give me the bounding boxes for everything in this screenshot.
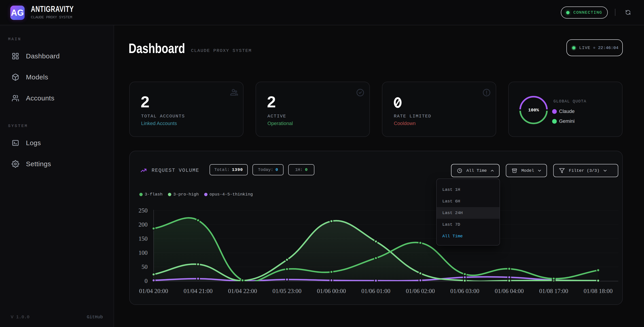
svg-text:100: 100 <box>139 250 148 256</box>
svg-text:01/08 18:00: 01/08 18:00 <box>584 288 613 294</box>
svg-text:200: 200 <box>139 221 148 228</box>
svg-text:150: 150 <box>139 235 148 242</box>
svg-text:01/06 03:00: 01/06 03:00 <box>450 288 480 294</box>
svg-text:50: 50 <box>142 264 148 270</box>
svg-text:01/05 23:00: 01/05 23:00 <box>272 288 302 294</box>
svg-text:0: 0 <box>145 278 148 284</box>
svg-text:01/04 21:00: 01/04 21:00 <box>184 288 213 294</box>
svg-text:01/06 01:00: 01/06 01:00 <box>361 288 390 294</box>
svg-text:01/04 22:00: 01/04 22:00 <box>228 288 257 294</box>
svg-text:01/06 04:00: 01/06 04:00 <box>495 288 524 294</box>
svg-text:01/06 02:00: 01/06 02:00 <box>406 288 435 294</box>
svg-text:250: 250 <box>139 207 148 214</box>
svg-text:01/06 00:00: 01/06 00:00 <box>317 288 346 294</box>
svg-text:01/04 20:00: 01/04 20:00 <box>139 288 168 294</box>
svg-text:01/08 17:00: 01/08 17:00 <box>539 288 568 294</box>
